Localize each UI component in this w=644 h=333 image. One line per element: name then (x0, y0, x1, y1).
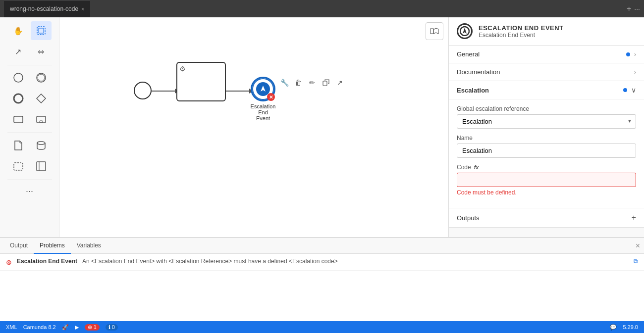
svg-point-2 (37, 73, 46, 82)
problem-error-icon: ⊗ (6, 258, 12, 266)
context-edit-button[interactable]: ✏ (306, 77, 318, 89)
hand-tool-button[interactable]: ✋ (8, 21, 29, 40)
escalation-end-event-element[interactable]: ✕ Escalation EndEvent (251, 77, 280, 121)
escalation-header-right: ∨ (623, 86, 636, 94)
toolbar-divider-3 (7, 180, 52, 180)
gateway-tool[interactable] (31, 89, 52, 108)
tool-row-2: ↗ ⇔ (8, 42, 52, 61)
svg-marker-18 (463, 28, 467, 34)
documentation-section-row[interactable]: Documentation › (449, 63, 644, 81)
general-section-row[interactable]: General › (449, 46, 644, 63)
svg-rect-0 (37, 27, 45, 35)
bottom-panel: Output Problems Variables × ⊗ Escalation… (0, 237, 644, 321)
escalation-title: Escalation (457, 87, 489, 94)
code-input[interactable] (457, 173, 636, 187)
version-label: 5.29.0 (623, 324, 638, 330)
lane-tool[interactable] (31, 157, 52, 176)
end-event-tool[interactable] (8, 89, 29, 108)
general-label: General (457, 50, 480, 58)
end-event-circle: ✕ (251, 77, 275, 101)
svg-point-3 (38, 74, 45, 81)
active-tab[interactable]: wrong-no-escalation-code × (4, 0, 90, 17)
general-section-right: › (626, 51, 636, 58)
escalation-header[interactable]: Escalation ∨ (449, 81, 644, 99)
lasso-tool-button[interactable] (31, 21, 52, 40)
new-tab-button[interactable]: + (627, 4, 631, 13)
problem-description: An <Escalation End Event> with <Escalati… (82, 258, 627, 265)
svg-rect-7 (37, 116, 46, 123)
svg-point-9 (37, 142, 45, 144)
start-event-tool[interactable] (8, 68, 29, 87)
bottom-tabs: Output Problems Variables × (0, 238, 644, 254)
context-trash-button[interactable]: 🗑 (292, 77, 304, 89)
error-badge: ✕ (267, 93, 275, 101)
task-icon: ⚙ (179, 65, 186, 73)
escalation-body: Global escalation reference Escalation N… (449, 99, 644, 208)
global-ref-select-wrapper: Escalation (457, 114, 636, 129)
canvas-area[interactable]: ⚙ ✕ Escalation EndEvent 🔧 (59, 17, 448, 237)
xml-label[interactable]: XML (6, 324, 17, 330)
name-label: Name (457, 135, 636, 142)
context-expand-button[interactable] (320, 77, 332, 89)
sequence-flow-1 (152, 91, 176, 92)
documentation-label: Documentation (457, 68, 500, 76)
svg-point-1 (14, 73, 23, 82)
fx-badge[interactable]: fx (474, 164, 479, 170)
deploy-button[interactable]: 🚀 (62, 324, 69, 331)
task-tool[interactable] (8, 110, 29, 129)
play-button[interactable]: ▶ (75, 324, 79, 331)
svg-point-4 (14, 94, 23, 103)
task-element[interactable]: ⚙ (176, 62, 226, 101)
subprocess-tool[interactable] (31, 110, 52, 129)
start-event-element[interactable] (134, 82, 152, 99)
connect-tool-button[interactable]: ↗ (8, 42, 29, 61)
error-icon: ⊗ (88, 324, 92, 331)
tool-row-3 (8, 68, 52, 87)
general-chevron: › (634, 51, 636, 58)
panel-header: ESCALATION END EVENT Escalation End Even… (449, 17, 644, 46)
tab-output[interactable]: Output (4, 238, 34, 254)
escalation-dot (623, 88, 627, 92)
toolbar-divider-2 (7, 133, 52, 133)
name-group: Name (457, 135, 636, 158)
intermediate-event-tool[interactable] (31, 68, 52, 87)
svg-rect-6 (14, 116, 23, 123)
more-tools-button[interactable]: ··· (23, 183, 36, 199)
tab-problems[interactable]: Problems (34, 238, 71, 254)
title-bar: wrong-no-escalation-code × + ··· (0, 0, 644, 17)
panel-header-icon (457, 23, 473, 39)
group-tool[interactable] (8, 157, 29, 176)
tab-variables[interactable]: Variables (71, 238, 107, 254)
tool-row-4 (8, 89, 52, 108)
left-toolbar: ✋ ↗ ⇔ (0, 17, 59, 237)
camunda-version: Camunda 8.2 (23, 324, 56, 330)
svg-marker-14 (433, 28, 438, 34)
outputs-add-button[interactable]: + (632, 213, 636, 222)
outputs-section-row[interactable]: Outputs + (449, 208, 644, 228)
error-count: 1 (94, 324, 97, 330)
panel-header-title: ESCALATION END EVENT (479, 24, 564, 32)
info-count-badge[interactable]: ℹ 0 (106, 324, 118, 331)
global-ref-label: Global escalation reference (457, 105, 636, 112)
minimap-button[interactable] (426, 22, 443, 40)
context-wrench-button[interactable]: 🔧 (278, 77, 290, 89)
data-object-tool[interactable] (8, 136, 29, 155)
problem-link-icon[interactable]: ⧉ (634, 258, 638, 265)
space-tool-button[interactable]: ⇔ (31, 42, 52, 61)
toolbar-divider-1 (7, 65, 52, 65)
svg-rect-13 (430, 29, 433, 34)
problem-title: Escalation End Event (17, 258, 77, 265)
error-count-badge[interactable]: ⊗ 1 (85, 324, 100, 331)
panel-header-subtitle: Escalation End Event (479, 32, 564, 39)
name-input[interactable] (457, 143, 636, 158)
tab-close-button[interactable]: × (81, 6, 84, 12)
svg-rect-16 (323, 81, 327, 86)
bottom-close-button[interactable]: × (636, 241, 640, 250)
global-ref-select[interactable]: Escalation (457, 114, 636, 129)
documentation-chevron: › (634, 69, 636, 76)
tabs-more-button[interactable]: ··· (634, 5, 640, 13)
context-arrow-button[interactable]: ↗ (334, 77, 346, 89)
comment-button[interactable]: 💬 (610, 324, 617, 331)
escalation-chevron: ∨ (631, 86, 636, 94)
data-store-tool[interactable] (31, 136, 52, 155)
